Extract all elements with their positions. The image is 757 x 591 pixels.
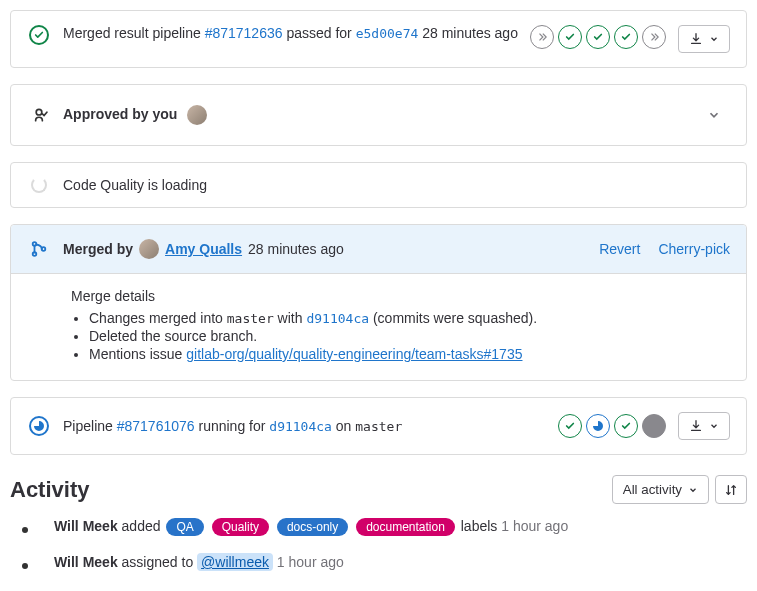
approval-text: Approved by you: [63, 105, 686, 125]
pipeline-prefix: Pipeline: [63, 418, 113, 434]
label-quality[interactable]: Quality: [212, 518, 269, 536]
merged-actions: Revert Cherry-pick: [599, 241, 730, 257]
merge-icon: [27, 240, 51, 258]
stage-skipped-icon[interactable]: [530, 25, 554, 49]
stage-success-icon[interactable]: [558, 414, 582, 438]
activity-action: added: [122, 518, 161, 534]
merged-by-text: Merged by Amy Qualls 28 minutes ago: [63, 239, 587, 259]
activity-filter-button[interactable]: All activity: [612, 475, 709, 504]
revert-link[interactable]: Revert: [599, 241, 640, 257]
merge-commit-link[interactable]: d91104ca: [306, 311, 369, 326]
activity-action: assigned to: [122, 554, 194, 570]
pipeline-id-link[interactable]: #871761076: [117, 418, 195, 434]
pipeline-branch: master: [355, 419, 402, 434]
stage-success-icon[interactable]: [558, 25, 582, 49]
activity-time: 1 hour ago: [501, 518, 568, 534]
stage-success-icon[interactable]: [586, 25, 610, 49]
stage-created-icon[interactable]: [642, 414, 666, 438]
activity-title: Activity: [10, 477, 89, 503]
code-quality-text: Code Quality is loading: [63, 177, 730, 193]
activity-item: Will Meek added QA Quality docs-only doc…: [14, 518, 747, 536]
activity-author[interactable]: Will Meek: [54, 554, 118, 570]
approval-expand-button[interactable]: [698, 99, 730, 131]
merged-panel: Merged by Amy Qualls 28 minutes ago Reve…: [10, 224, 747, 381]
pipeline-result-text: Merged result pipeline #871712636 passed…: [63, 25, 518, 41]
stage-success-icon[interactable]: [614, 25, 638, 49]
merged-prefix: Merged by: [63, 241, 133, 257]
pipeline-mid: running for: [198, 418, 265, 434]
pipeline-stages: [558, 414, 666, 438]
code-quality-panel: Code Quality is loading: [10, 162, 747, 208]
label-qa[interactable]: QA: [166, 518, 203, 536]
activity-author[interactable]: Will Meek: [54, 518, 118, 534]
pipeline-stages: [530, 25, 666, 49]
pipeline-on: on: [336, 418, 352, 434]
activity-filter-label: All activity: [623, 482, 682, 497]
approver-avatar[interactable]: [187, 105, 207, 125]
merged-time: 28 minutes ago: [248, 241, 344, 257]
pipeline-sha-link[interactable]: d91104ca: [269, 419, 332, 434]
stage-success-icon[interactable]: [614, 414, 638, 438]
check-icon: [34, 30, 44, 40]
pipeline-prefix: Merged result pipeline: [63, 25, 201, 41]
chevron-down-icon: [709, 34, 719, 44]
stage-running-icon[interactable]: [586, 414, 610, 438]
download-icon: [689, 419, 703, 433]
pipeline-time: 28 minutes ago: [422, 25, 518, 41]
activity-item: Will Meek assigned to @willmeek 1 hour a…: [14, 554, 747, 570]
merge-details-title: Merge details: [71, 288, 730, 304]
label-docs-only[interactable]: docs-only: [277, 518, 348, 536]
pipeline-result-panel: Merged result pipeline #871712636 passed…: [10, 10, 747, 68]
pipeline-sha-link[interactable]: e5d00e74: [356, 26, 419, 41]
approval-panel: Approved by you: [10, 84, 747, 146]
activity-timeline: Will Meek added QA Quality docs-only doc…: [10, 518, 747, 570]
download-icon: [689, 32, 703, 46]
activity-sort-button[interactable]: [715, 475, 747, 504]
merge-author-avatar[interactable]: [139, 239, 159, 259]
chevron-down-icon: [707, 108, 721, 122]
merge-detail-item: Mentions issue gitlab-org/quality/qualit…: [89, 346, 730, 362]
chevron-down-icon: [688, 485, 698, 495]
pipeline-running-text: Pipeline #871761076 running for d91104ca…: [63, 418, 546, 434]
cherry-pick-link[interactable]: Cherry-pick: [658, 241, 730, 257]
status-icon-success: [27, 25, 51, 45]
loading-icon: [27, 177, 51, 193]
activity-time: 1 hour ago: [277, 554, 344, 570]
mentioned-issue-link[interactable]: gitlab-org/quality/quality-engineering/t…: [186, 346, 522, 362]
stage-skipped-icon[interactable]: [642, 25, 666, 49]
pipeline-mid: passed for: [286, 25, 351, 41]
user-mention[interactable]: @willmeek: [197, 553, 273, 571]
approval-icon: [27, 106, 51, 124]
status-icon-running: [27, 416, 51, 436]
activity-header: Activity All activity: [10, 475, 747, 504]
activity-suffix: labels: [461, 518, 498, 534]
merge-author-link[interactable]: Amy Qualls: [165, 241, 242, 257]
download-artifacts-button[interactable]: [678, 25, 730, 53]
target-branch: master: [227, 311, 274, 326]
pipeline-id-link[interactable]: #871712636: [205, 25, 283, 41]
pipeline-running-panel: Pipeline #871761076 running for d91104ca…: [10, 397, 747, 455]
label-documentation[interactable]: documentation: [356, 518, 455, 536]
sort-icon: [724, 483, 738, 497]
merge-detail-item: Changes merged into master with d91104ca…: [89, 310, 730, 326]
merge-detail-item: Deleted the source branch.: [89, 328, 730, 344]
download-artifacts-button[interactable]: [678, 412, 730, 440]
chevron-down-icon: [709, 421, 719, 431]
merge-details: Merge details Changes merged into master…: [11, 273, 746, 380]
running-icon: [33, 420, 45, 432]
